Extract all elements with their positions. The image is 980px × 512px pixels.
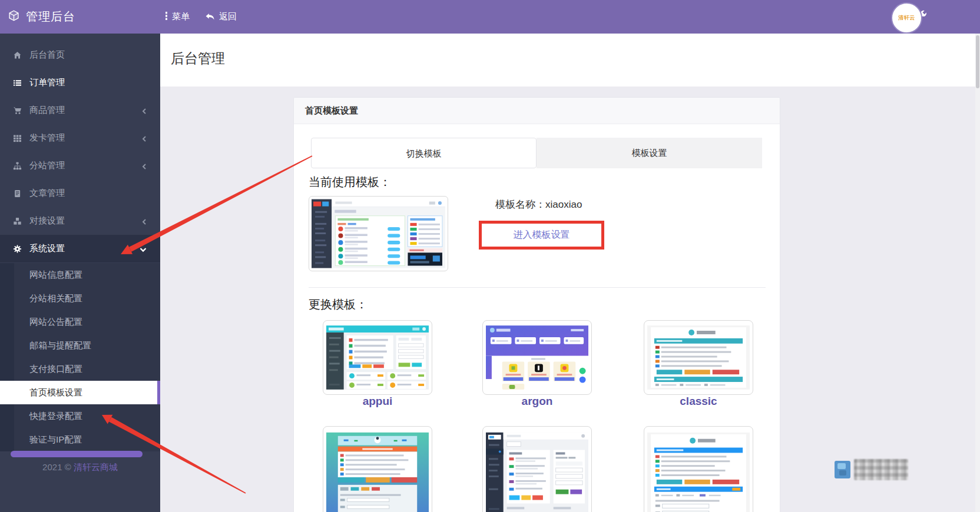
- current-template-label: 当前使用模板：: [309, 174, 391, 190]
- classic-preview-image: [647, 324, 750, 391]
- watermark-logo-icon: [835, 461, 850, 478]
- sitemap-icon: [12, 162, 22, 170]
- red-annotation-box: 进入模板设置: [479, 221, 604, 250]
- template-option-appui[interactable]: [323, 320, 432, 395]
- sidebar-item-cards[interactable]: 发卡管理: [0, 124, 160, 152]
- template-option-row2-1[interactable]: [323, 426, 432, 512]
- submenu-label: 支付接口配置: [29, 364, 82, 374]
- sidebar-item-system-settings[interactable]: 系统设置: [0, 235, 160, 262]
- submenu-label: 邮箱与提醒配置: [29, 340, 91, 350]
- chevron-left-icon: [141, 107, 147, 117]
- chevron-left-icon: [141, 134, 147, 144]
- system-settings-submenu: 网站信息配置 分站相关配置 网站公告配置 邮箱与提醒配置 支付接口配置 首页模板…: [0, 263, 160, 451]
- site-watermark: [835, 458, 912, 481]
- page-header: 后台管理: [160, 34, 980, 87]
- page-scrollbar[interactable]: [975, 34, 980, 512]
- template-option-row2-3[interactable]: [644, 426, 753, 512]
- argon-preview-image: [486, 324, 588, 391]
- menu-label: 菜单: [172, 11, 190, 22]
- sidebar-item-label: 文章管理: [29, 188, 65, 199]
- submenu-label: 分站相关配置: [29, 293, 82, 303]
- blue-classic-preview-image: [647, 430, 750, 512]
- card-header-title: 首页模板设置: [305, 105, 358, 117]
- sidebar-item-label: 系统设置: [29, 243, 65, 254]
- submenu-item-captcha-ip[interactable]: 验证与IP配置: [0, 428, 160, 451]
- sidebar-item-substations[interactable]: 分站管理: [0, 152, 160, 179]
- submenu-item-payment-api[interactable]: 支付接口配置: [0, 357, 160, 381]
- sidebar-item-label: 商品管理: [29, 105, 65, 116]
- submenu-label: 网站信息配置: [29, 270, 82, 280]
- template-name-text: 模板名称：xiaoxiao: [495, 198, 582, 211]
- sidebar-item-articles[interactable]: 文章管理: [0, 179, 160, 207]
- template-option-argon[interactable]: [482, 320, 592, 395]
- template-name-appui: appui: [323, 395, 432, 408]
- change-template-label: 更换模板：: [309, 297, 368, 312]
- app-brand[interactable]: 管理后台: [0, 9, 152, 25]
- template-name-argon: argon: [482, 395, 592, 408]
- cubes-icon: [12, 217, 22, 225]
- appui-preview-image: [326, 324, 429, 391]
- home-icon: [12, 51, 22, 59]
- beach-preview-image: [326, 430, 429, 512]
- copyright-year: 2021 ©: [42, 462, 71, 472]
- submenu-item-substation[interactable]: 分站相关配置: [0, 287, 160, 310]
- sidebar-footer: 2021 © 清轩云商城: [0, 462, 160, 473]
- sidebar-item-label: 发卡管理: [29, 132, 65, 144]
- submenu-label: 快捷登录配置: [29, 411, 82, 421]
- template-settings-card: 首页模板设置 切换模板 模板设置 当前使用模板：: [293, 97, 780, 512]
- sidebar-item-products[interactable]: 商品管理: [0, 97, 160, 124]
- tab-template-settings[interactable]: 模板设置: [537, 138, 762, 168]
- submenu-item-quick-login[interactable]: 快捷登录配置: [0, 404, 160, 428]
- back-label: 返回: [219, 11, 237, 22]
- template-option-classic[interactable]: [644, 320, 753, 395]
- app-title: 管理后台: [26, 9, 75, 25]
- dark-admin-preview-image: [486, 430, 588, 512]
- copyright-brand: 清轩云商城: [74, 462, 118, 472]
- back-button[interactable]: 返回: [205, 11, 237, 22]
- sidebar-item-label: 订单管理: [29, 77, 65, 88]
- sidebar-item-label: 后台首页: [29, 49, 65, 61]
- cube-logo-icon: [8, 10, 19, 24]
- list-icon: [12, 79, 22, 87]
- sidebar-item-integration[interactable]: 对接设置: [0, 207, 160, 235]
- chevron-left-icon: [141, 162, 147, 172]
- sidebar-item-label: 对接设置: [29, 215, 65, 227]
- current-template-preview: [309, 196, 448, 271]
- submenu-label: 首页模板设置: [29, 387, 82, 397]
- enter-template-settings-link[interactable]: 进入模板设置: [514, 229, 570, 241]
- submenu-label: 网站公告配置: [29, 317, 82, 327]
- back-arrow-icon: [205, 12, 215, 22]
- template-name-classic: classic: [644, 395, 753, 408]
- section-divider: [309, 287, 766, 288]
- page-title: 后台管理: [171, 49, 225, 68]
- page-scrollbar-thumb[interactable]: [976, 35, 979, 88]
- avatar[interactable]: 清轩云: [891, 2, 922, 34]
- cart-icon: [12, 107, 22, 115]
- top-bar: 管理后台 菜单 返回 清轩云: [0, 0, 980, 34]
- sidebar: 后台首页 订单管理 商品管理 发卡管理: [0, 34, 160, 512]
- avatar-logo-text: 清轩云: [898, 14, 915, 22]
- tab-bar: 切换模板 模板设置: [311, 138, 762, 168]
- gear-icon: [12, 245, 22, 253]
- vertical-dots-icon: [165, 11, 168, 22]
- submenu-item-home-template[interactable]: 首页模板设置: [0, 381, 157, 404]
- xiaoxiao-preview-image: [312, 199, 445, 268]
- chevron-down-icon: [139, 245, 147, 255]
- grid-icon: [12, 134, 22, 142]
- submenu-item-email-reminder[interactable]: 邮箱与提醒配置: [0, 334, 160, 357]
- sidebar-item-orders[interactable]: 订单管理: [0, 69, 160, 97]
- sidebar-horizontal-scrollbar[interactable]: [11, 451, 143, 457]
- book-icon: [12, 189, 22, 198]
- tab-switch-template[interactable]: 切换模板: [311, 138, 537, 168]
- submenu-item-announcement[interactable]: 网站公告配置: [0, 310, 160, 334]
- sidebar-item-dashboard[interactable]: 后台首页: [0, 41, 160, 69]
- menu-toggle-button[interactable]: 菜单: [165, 11, 190, 22]
- template-option-row2-2[interactable]: [482, 426, 592, 512]
- card-header: 首页模板设置: [294, 98, 780, 124]
- sidebar-item-label: 分站管理: [29, 160, 65, 171]
- submenu-item-site-info[interactable]: 网站信息配置: [0, 263, 160, 287]
- watermark-pixelated-text: [854, 459, 908, 480]
- chevron-left-icon: [141, 217, 147, 227]
- submenu-label: 验证与IP配置: [29, 434, 82, 444]
